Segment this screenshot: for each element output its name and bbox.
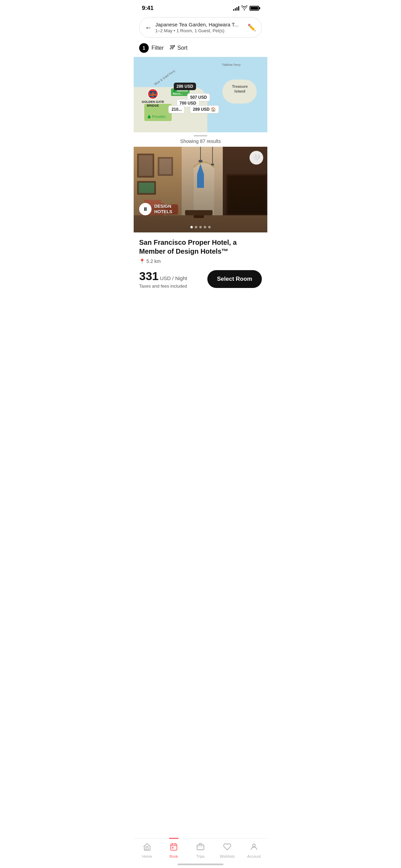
price-tag-286[interactable]: 286 USD xyxy=(174,83,196,90)
edit-search-button[interactable]: ✏️ xyxy=(247,23,256,32)
filter-badge: 1 xyxy=(139,43,149,53)
status-icons xyxy=(233,5,259,11)
search-location: Japanese Tea Garden, Hagiwara T... xyxy=(155,22,244,27)
carousel-dot-5 xyxy=(208,226,211,228)
location-pin-icon: 📍 xyxy=(139,258,145,264)
filter-button[interactable]: 1 Filter xyxy=(139,43,164,53)
battery-icon xyxy=(250,6,259,11)
design-hotels-icon: ⏸ xyxy=(139,203,151,215)
hotel-price-row: 331 USD / Night Taxes and fees included … xyxy=(139,269,262,289)
price-unit: USD / Night xyxy=(160,275,187,281)
price-tag-289[interactable]: 289 USD 🏠 xyxy=(190,105,219,113)
back-button[interactable]: ← xyxy=(145,24,152,32)
hotel-name: San Francisco Proper Hotel, a Member of … xyxy=(139,238,262,256)
presidio-label: 🌲 Presidio xyxy=(147,115,166,119)
hotel-image[interactable]: 🤍 ⏸ DESIGNHOTELS xyxy=(134,147,267,232)
sort-icon xyxy=(169,44,175,52)
status-time: 9:41 xyxy=(142,5,154,12)
results-count: Showing 87 results xyxy=(180,138,221,144)
carousel-dot-1 xyxy=(191,226,193,228)
signal-bars-icon xyxy=(233,6,239,11)
sort-button[interactable]: Sort xyxy=(169,44,187,52)
wishlist-button[interactable]: 🤍 xyxy=(250,151,263,165)
map-area[interactable]: TreasureIsland Blue & Gold Ferry Tidelin… xyxy=(134,57,267,132)
search-text: Japanese Tea Garden, Hagiwara T... 1–2 M… xyxy=(155,22,244,33)
bridge-label: GOLDEN GATEBRIDGE xyxy=(142,100,164,108)
status-bar: 9:41 xyxy=(134,0,267,14)
hotel-card: 🤍 ⏸ DESIGNHOTELS San Francisco Proper Ho… xyxy=(134,147,267,293)
price-block: 331 USD / Night Taxes and fees included xyxy=(139,269,187,289)
filter-sort-row: 1 Filter Sort xyxy=(134,42,267,57)
tideline-ferry-label: Tideline Ferry xyxy=(222,63,241,67)
price-amount: 331 xyxy=(139,269,159,283)
design-hotels-badge: ⏸ DESIGNHOTELS xyxy=(139,203,172,215)
carousel-dot-2 xyxy=(195,226,197,228)
golden-gate-bridge-marker[interactable]: 🌉 GOLDEN GATEBRIDGE xyxy=(142,88,164,108)
design-hotels-text: DESIGNHOTELS xyxy=(154,204,172,214)
results-handle-area: Showing 87 results xyxy=(134,132,267,147)
distance-text: 5.2 km xyxy=(146,258,161,264)
select-room-button[interactable]: Select Room xyxy=(207,270,262,288)
sort-label: Sort xyxy=(178,45,187,51)
search-details: 1–2 May • 1 Room, 1 Guest, Pet(s) xyxy=(155,28,244,33)
bridge-icon: 🌉 xyxy=(147,88,158,99)
drag-handle[interactable] xyxy=(194,135,207,136)
hotel-distance: 📍 5.2 km xyxy=(139,258,262,264)
hotel-interior-image xyxy=(134,147,267,232)
treasure-island-label: TreasureIsland xyxy=(224,84,255,94)
carousel-dots xyxy=(191,226,211,228)
price-taxes: Taxes and fees included xyxy=(139,284,187,289)
hotel-info: San Francisco Proper Hotel, a Member of … xyxy=(134,232,267,289)
carousel-dot-3 xyxy=(199,226,202,228)
price-main: 331 USD / Night xyxy=(139,269,187,283)
filter-label: Filter xyxy=(151,45,164,51)
svg-rect-22 xyxy=(134,147,267,232)
wifi-icon xyxy=(241,5,247,11)
carousel-dot-4 xyxy=(204,226,206,228)
price-tag-210[interactable]: 210... xyxy=(168,105,185,113)
search-bar[interactable]: ← Japanese Tea Garden, Hagiwara T... 1–2… xyxy=(139,17,262,38)
